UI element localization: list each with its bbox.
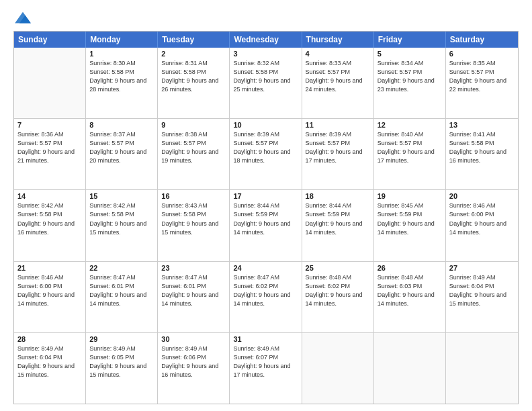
day-number: 11 [306,121,370,129]
weekday-header-saturday: Saturday [446,32,518,48]
day-info: Sunrise: 8:48 AM Sunset: 6:03 PM Dayligh… [378,273,442,308]
page-header [13,11,519,26]
day-number: 15 [89,192,154,200]
logo-icon [13,11,32,26]
day-cell-6: 6Sunrise: 8:35 AM Sunset: 5:57 PM Daylig… [446,48,518,118]
day-number: 23 [161,264,226,272]
day-cell-9: 9Sunrise: 8:38 AM Sunset: 5:57 PM Daylig… [158,119,230,189]
day-info: Sunrise: 8:46 AM Sunset: 6:00 PM Dayligh… [17,273,82,308]
day-number: 1 [89,50,154,58]
day-info: Sunrise: 8:30 AM Sunset: 5:58 PM Dayligh… [89,59,154,94]
day-number: 5 [378,50,442,58]
day-cell-19: 19Sunrise: 8:45 AM Sunset: 5:59 PM Dayli… [374,190,446,261]
day-number: 3 [233,50,298,58]
weekday-header-wednesday: Wednesday [230,32,302,48]
day-number: 26 [378,264,442,272]
calendar-body: 1Sunrise: 8:30 AM Sunset: 5:58 PM Daylig… [14,48,518,404]
day-number: 6 [449,50,515,58]
calendar-row-3: 14Sunrise: 8:42 AM Sunset: 5:58 PM Dayli… [14,189,518,261]
day-cell-31: 31Sunrise: 8:49 AM Sunset: 6:07 PM Dayli… [230,333,302,404]
day-cell-24: 24Sunrise: 8:47 AM Sunset: 6:02 PM Dayli… [230,262,302,332]
day-cell-11: 11Sunrise: 8:39 AM Sunset: 5:57 PM Dayli… [302,119,374,189]
day-info: Sunrise: 8:42 AM Sunset: 5:58 PM Dayligh… [89,201,154,236]
day-cell-26: 26Sunrise: 8:48 AM Sunset: 6:03 PM Dayli… [374,262,446,332]
day-info: Sunrise: 8:48 AM Sunset: 6:02 PM Dayligh… [306,273,370,308]
day-number: 27 [449,264,515,272]
day-cell-3: 3Sunrise: 8:32 AM Sunset: 5:58 PM Daylig… [230,48,302,118]
day-cell-12: 12Sunrise: 8:40 AM Sunset: 5:57 PM Dayli… [374,119,446,189]
day-info: Sunrise: 8:39 AM Sunset: 5:57 PM Dayligh… [233,130,298,165]
day-info: Sunrise: 8:47 AM Sunset: 6:01 PM Dayligh… [89,273,154,308]
calendar-page: SundayMondayTuesdayWednesdayThursdayFrid… [0,0,532,411]
day-number: 12 [378,121,442,129]
day-cell-5: 5Sunrise: 8:34 AM Sunset: 5:57 PM Daylig… [374,48,446,118]
day-info: Sunrise: 8:40 AM Sunset: 5:57 PM Dayligh… [378,130,442,165]
day-cell-4: 4Sunrise: 8:33 AM Sunset: 5:57 PM Daylig… [302,48,374,118]
day-info: Sunrise: 8:32 AM Sunset: 5:58 PM Dayligh… [233,59,298,94]
day-info: Sunrise: 8:46 AM Sunset: 6:00 PM Dayligh… [449,201,515,236]
day-info: Sunrise: 8:49 AM Sunset: 6:04 PM Dayligh… [449,273,515,308]
day-number: 24 [233,264,298,272]
calendar-row-4: 21Sunrise: 8:46 AM Sunset: 6:00 PM Dayli… [14,261,518,332]
day-cell-29: 29Sunrise: 8:49 AM Sunset: 6:05 PM Dayli… [86,333,158,404]
day-cell-18: 18Sunrise: 8:44 AM Sunset: 5:59 PM Dayli… [302,190,374,261]
day-info: Sunrise: 8:34 AM Sunset: 5:57 PM Dayligh… [378,59,442,94]
day-cell-15: 15Sunrise: 8:42 AM Sunset: 5:58 PM Dayli… [86,190,158,261]
day-info: Sunrise: 8:44 AM Sunset: 5:59 PM Dayligh… [306,201,370,236]
day-cell-27: 27Sunrise: 8:49 AM Sunset: 6:04 PM Dayli… [446,262,518,332]
day-cell-1: 1Sunrise: 8:30 AM Sunset: 5:58 PM Daylig… [86,48,158,118]
day-info: Sunrise: 8:36 AM Sunset: 5:57 PM Dayligh… [17,130,82,165]
weekday-header-tuesday: Tuesday [158,32,230,48]
calendar-row-1: 1Sunrise: 8:30 AM Sunset: 5:58 PM Daylig… [14,48,518,118]
logo [13,11,35,26]
day-cell-30: 30Sunrise: 8:49 AM Sunset: 6:06 PM Dayli… [158,333,230,404]
weekday-header-monday: Monday [86,32,158,48]
day-cell-28: 28Sunrise: 8:49 AM Sunset: 6:04 PM Dayli… [14,333,86,404]
day-info: Sunrise: 8:49 AM Sunset: 6:06 PM Dayligh… [161,345,226,379]
day-info: Sunrise: 8:38 AM Sunset: 5:57 PM Dayligh… [161,130,226,165]
day-number: 29 [89,335,154,343]
day-info: Sunrise: 8:35 AM Sunset: 5:57 PM Dayligh… [449,59,515,94]
day-cell-21: 21Sunrise: 8:46 AM Sunset: 6:00 PM Dayli… [14,262,86,332]
day-number: 8 [89,121,154,129]
empty-cell-4-5 [374,333,446,404]
day-info: Sunrise: 8:33 AM Sunset: 5:57 PM Dayligh… [306,59,370,94]
day-number: 10 [233,121,298,129]
day-info: Sunrise: 8:49 AM Sunset: 6:07 PM Dayligh… [233,345,298,379]
day-cell-8: 8Sunrise: 8:37 AM Sunset: 5:57 PM Daylig… [86,119,158,189]
day-number: 22 [89,264,154,272]
day-number: 28 [17,335,82,343]
weekday-header-thursday: Thursday [302,32,374,48]
day-number: 25 [306,264,370,272]
day-number: 17 [233,192,298,200]
day-info: Sunrise: 8:47 AM Sunset: 6:02 PM Dayligh… [233,273,298,308]
day-cell-16: 16Sunrise: 8:43 AM Sunset: 5:58 PM Dayli… [158,190,230,261]
day-number: 19 [378,192,442,200]
day-cell-2: 2Sunrise: 8:31 AM Sunset: 5:58 PM Daylig… [158,48,230,118]
day-info: Sunrise: 8:39 AM Sunset: 5:57 PM Dayligh… [306,130,370,165]
day-number: 18 [306,192,370,200]
day-cell-10: 10Sunrise: 8:39 AM Sunset: 5:57 PM Dayli… [230,119,302,189]
day-number: 4 [306,50,370,58]
day-number: 14 [17,192,82,200]
day-cell-25: 25Sunrise: 8:48 AM Sunset: 6:02 PM Dayli… [302,262,374,332]
day-number: 2 [161,50,226,58]
day-info: Sunrise: 8:49 AM Sunset: 6:04 PM Dayligh… [17,345,82,379]
day-number: 20 [449,192,515,200]
day-cell-17: 17Sunrise: 8:44 AM Sunset: 5:59 PM Dayli… [230,190,302,261]
day-cell-13: 13Sunrise: 8:41 AM Sunset: 5:58 PM Dayli… [446,119,518,189]
day-number: 13 [449,121,515,129]
day-info: Sunrise: 8:43 AM Sunset: 5:58 PM Dayligh… [161,201,226,236]
calendar-row-5: 28Sunrise: 8:49 AM Sunset: 6:04 PM Dayli… [14,332,518,404]
day-number: 16 [161,192,226,200]
day-info: Sunrise: 8:44 AM Sunset: 5:59 PM Dayligh… [233,201,298,236]
calendar-header: SundayMondayTuesdayWednesdayThursdayFrid… [14,32,518,48]
day-cell-22: 22Sunrise: 8:47 AM Sunset: 6:01 PM Dayli… [86,262,158,332]
empty-cell-4-6 [446,333,518,404]
day-info: Sunrise: 8:42 AM Sunset: 5:58 PM Dayligh… [17,201,82,236]
day-cell-23: 23Sunrise: 8:47 AM Sunset: 6:01 PM Dayli… [158,262,230,332]
calendar: SundayMondayTuesdayWednesdayThursdayFrid… [13,31,519,404]
day-cell-20: 20Sunrise: 8:46 AM Sunset: 6:00 PM Dayli… [446,190,518,261]
day-cell-14: 14Sunrise: 8:42 AM Sunset: 5:58 PM Dayli… [14,190,86,261]
day-number: 30 [161,335,226,343]
